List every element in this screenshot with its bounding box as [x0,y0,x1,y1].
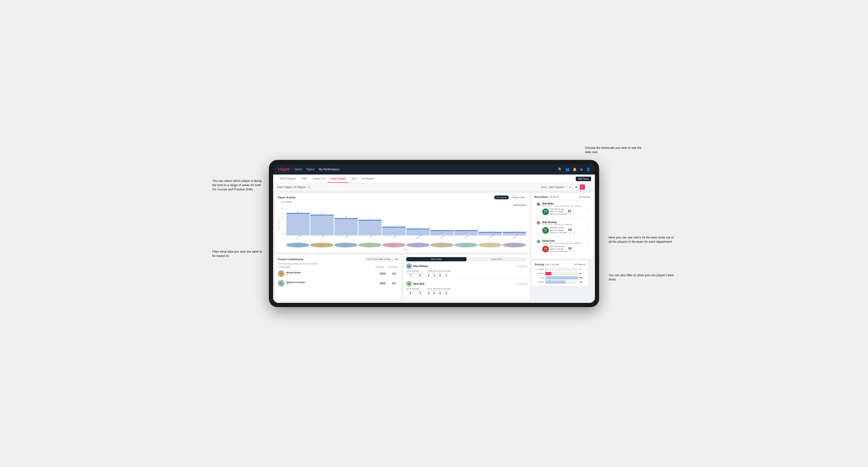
bar-group-3: 9 [359,218,382,236]
tournament-value: 7 [406,274,415,277]
scoring-bogeys-value: 311 [580,281,585,283]
avatars-row: MBFCEBBMCR [285,243,527,247]
card-header: Player Activity On Course Practice Drill… [278,195,527,199]
view-list[interactable]: ≡ [586,184,591,190]
scoring-birdies-value: 96 [580,272,585,275]
all-players-dropdown[interactable]: All Players ▾ [579,196,590,198]
shot-numbers-1: 67 yds 0 yds [568,209,575,214]
right-panel: Best Shots All Shots ▾ All Players ▾ [532,193,593,301]
show-chevron: ▾ [564,186,565,188]
scoring-par-dropdown[interactable]: Par 3, 4 & 5s ▾ [546,263,559,266]
scoring-title: Scoring [534,263,544,266]
practice-value-2: 4 [417,292,423,294]
shot-item-1[interactable]: MM Matt Miller 09 Jun 2023 · Royal North… [534,200,590,217]
shot-numbers-3: 16 yds 0 yds [568,247,575,252]
active-player-header-2: RB Rees Britt 02 Sep 2023 [406,281,527,286]
bar-label-7: 3 [466,228,467,230]
all-shots-dropdown[interactable]: All Shots ▾ [549,196,559,198]
chevron-right-2: › [587,226,588,229]
chart-inner: 15 10 5 0 1312109543322 [281,207,527,250]
shot-text-3: Shot Dist: 16 ydsStart Lie: RoughEnd Lie… [550,245,567,253]
lb-player-info-2: Edward Crossman 🥈 2 [286,281,376,285]
bar-label-1: 12 [321,213,323,214]
profile-icon[interactable]: 👤 [586,167,590,171]
shot-item-3[interactable]: DF David Ford 24 Aug 2023 · Royal North … [534,238,590,255]
tournament-item-2: Tournament 8 [406,290,415,294]
bar-3 [359,220,382,236]
view-heart[interactable]: ♥ [580,184,585,190]
tournament-label: Tournament [406,272,415,274]
leaderboard-dropdown[interactable]: PUTT Must Make Putting ... [365,257,399,261]
gtt-item-2: GTT 0 [427,290,430,294]
add-icon[interactable]: ⊕ [580,167,583,171]
bell-icon[interactable]: 🔔 [573,167,577,171]
search-icon[interactable]: 🔍 [558,167,562,171]
add-team-button[interactable]: Add Team [576,177,591,181]
active-player-2: RB Rees Britt 02 Sep 2023 Total Rounds [406,281,527,297]
tab-hcaps[interactable]: Hcaps 1-5 [310,175,328,183]
total-rounds-dropdown[interactable]: Total Rounds ▾ [513,204,527,206]
nav-teams[interactable]: Teams [306,168,314,171]
tab-team-clippd[interactable]: Team Clippd [328,175,348,183]
tab-tour[interactable]: Tour [348,175,359,183]
scoring-birdies-row: Birdies 96 [534,272,585,275]
practice-value: 6 [417,274,423,277]
gtt-value-2: 0 [427,292,430,294]
bar-label-6: 3 [442,228,442,230]
logo: clippd [278,167,290,172]
shot-details-3: 198 SG Shot Dist: 16 ydsStart Lie: Rough… [542,245,585,253]
tab-on-course[interactable]: On Course [494,195,509,199]
y-label-5: 5 [281,225,283,227]
practice-label-2: Practice [417,290,423,292]
lb-player-name-2: Edward Crossman [286,281,376,283]
tab-least-active[interactable]: Least Active [467,257,527,261]
most-active-card: Most Active Least Active BM Blair McHarg… [403,255,530,301]
scoring-bogeys-bar [545,280,566,284]
people-icon[interactable]: 👥 [565,167,569,171]
scoring-eagles-bar [545,268,546,271]
gtt-label-2: GTT [427,290,430,292]
shot-meta-2: 23 Jul 2023 · Ashridge GC, Hole 15 [542,224,585,226]
scoring-players-dropdown[interactable]: All Players ▾ [574,263,585,266]
tab-all-players[interactable]: All Players [359,175,377,183]
lb-player-info-1: Richard Butler 🏆 1 [286,272,376,276]
nav-home[interactable]: Home [294,168,302,171]
scoring-eagles-value: 3 [580,268,585,270]
show-select[interactable]: Last 3 months [549,186,563,188]
practice-activities-label-2: Total Practice Activities [427,288,451,290]
bar-label-9: 2 [514,230,515,231]
scoring-birdies-label: Birdies [534,272,544,275]
tab-pgat-players[interactable]: PGAT Players [277,175,299,183]
lb-player-name-1: Richard Butler [286,272,376,274]
x-axis-labels: B. McHargR. BrittD. FordJ. ColesE. Ebert… [285,237,527,238]
y-label-15: 15 [281,207,283,209]
tab-practice-drills[interactable]: Practice Drills [510,195,527,199]
app-label: APP [433,272,436,274]
annotation-left-bottom: Filter what data you wish the table to b… [212,250,264,258]
nav-my-performance[interactable]: My Performance [319,168,339,171]
best-shots-title: Best Shots [534,195,548,198]
scoring-eagles-bar-container [545,268,578,271]
tab-pga[interactable]: PGA [299,175,310,183]
lb-table-header: PLAYER NAME PB SCORE PB AVG SQ [278,266,399,268]
shot-badge-1: 200 SG [542,209,549,215]
view-grid[interactable]: ▦ [574,184,579,190]
view-grid-large[interactable]: ⊞ [567,184,573,190]
lb-avg-1: 110 [389,272,399,275]
bar-group-0: 13 [286,211,310,236]
tab-most-active[interactable]: Most Active [406,257,467,261]
top-nav: clippd Home Teams My Performance 🔍 👥 🔔 ⊕… [273,164,595,175]
putt-label: PUTT [444,272,448,274]
team-header: Team Clippd | 14 Players ✏️ Show: Last 3… [273,183,595,191]
shot-name-1: Matt Miller [542,203,585,205]
bottom-section: Practice Leaderboards PUTT Must Make Put… [275,255,530,301]
bars-container: 1312109543322 [285,207,527,236]
arg-label: ARG [438,272,442,274]
team-name: Team Clippd | 14 Players [277,186,306,188]
shot-meta-3: 24 Aug 2023 · Royal North Devon GC, Hole… [542,242,585,244]
putt-item-2: PUTT 0 [444,290,448,294]
shot-dist1-3: 16 yds [568,247,572,252]
edit-icon[interactable]: ✏️ [308,186,310,188]
total-rounds-group-2: Total Rounds Tournament 8 Practice [406,288,423,294]
shot-item-2[interactable]: BM Blair McHarg 23 Jul 2023 · Ashridge G… [534,219,590,236]
